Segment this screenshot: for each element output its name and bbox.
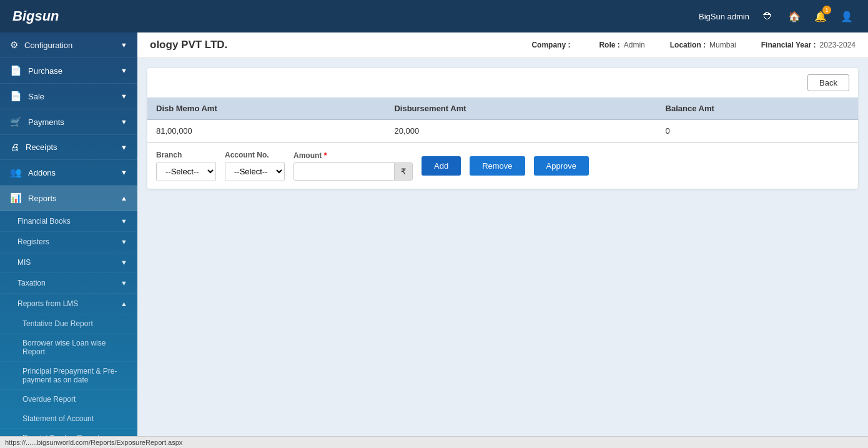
required-marker: *	[324, 151, 327, 160]
chevron-icon: ▼	[121, 118, 127, 126]
table-header-row: Disb Memo Amt Disbursement Amt Balance A…	[147, 97, 858, 120]
cell-disbursement-amt: 20,000	[385, 120, 656, 142]
company-name: ology PVT LTD.	[150, 39, 227, 51]
col-balance-amt: Balance Amt	[657, 97, 858, 120]
chevron-up-icon: ▲	[121, 300, 127, 307]
sidebar-label-configuration: Configuration	[24, 41, 72, 50]
chevron-icon: ▼	[121, 217, 127, 225]
sidebar-item-statement-of-account[interactable]: Statement of Account	[0, 409, 137, 429]
sidebar-item-receipts[interactable]: 🖨 Receipts ▼	[0, 135, 137, 160]
chevron-icon: ▼	[121, 259, 127, 266]
sidebar-label-receipts: Receipts	[26, 142, 57, 152]
sidebar-item-payments[interactable]: 🛒 Payments ▼	[0, 109, 137, 135]
status-bar: https://......bigsunworld.com/Reports/Ex…	[0, 436, 868, 448]
rupee-button[interactable]: ₹	[394, 163, 412, 180]
amount-input[interactable]	[294, 163, 394, 180]
sidebar-item-taxation[interactable]: Taxation ▼	[0, 273, 137, 294]
company-bar: ology PVT LTD. Company : Role : Admin Lo…	[137, 32, 868, 58]
sidebar-item-addons[interactable]: 👥 Addons ▼	[0, 160, 137, 186]
chevron-icon: ▼	[121, 169, 127, 176]
sidebar-item-overdue-report[interactable]: Overdue Report	[0, 390, 137, 409]
sidebar-item-purchase[interactable]: 📄 Purchase ▼	[0, 58, 137, 84]
sidebar-label-mis: MIS	[17, 258, 31, 267]
table-card: Back Disb Memo Amt Disbursement Amt Bala…	[147, 68, 858, 189]
back-button[interactable]: Back	[807, 74, 849, 91]
sidebar-item-sale[interactable]: 📄 Sale ▼	[0, 84, 137, 109]
home-icon[interactable]: 🏠	[786, 7, 803, 25]
chart-icon: 📊	[10, 192, 22, 204]
sidebar-item-reports-from-lms[interactable]: Reports from LMS ▲	[0, 294, 137, 314]
sidebar-label-financial-books: Financial Books	[17, 217, 71, 226]
sidebar-label-payments: Payments	[28, 117, 64, 127]
branch-label: Branch	[156, 151, 216, 159]
account-no-select[interactable]: --Select--	[225, 162, 285, 181]
sidebar-label-tentative-due: Tentative Due Report	[22, 319, 93, 328]
helmet-icon[interactable]: ⛑	[759, 7, 777, 25]
sidebar-label-purchase: Purchase	[28, 66, 62, 76]
remove-button[interactable]: Remove	[470, 156, 525, 176]
financial-year-value: 2023-2024	[820, 41, 856, 49]
financial-year-label: Financial Year :	[761, 41, 816, 49]
form-row: Branch --Select-- Account No. --Select--…	[147, 142, 858, 189]
amount-wrapper: ₹	[293, 162, 413, 181]
sidebar-item-tentative-due[interactable]: Tentative Due Report	[0, 314, 137, 334]
role-value: Admin	[624, 41, 645, 49]
col-disb-memo-amt: Disb Memo Amt	[147, 97, 385, 120]
sidebar-item-reports[interactable]: 📊 Reports ▲	[0, 186, 137, 211]
header-icons: ⛑ 🏠 🔔 1 👤	[759, 7, 856, 25]
printer-icon: 🖨	[10, 142, 19, 152]
account-no-group: Account No. --Select--	[225, 151, 285, 181]
content-area: Back Disb Memo Amt Disbursement Amt Bala…	[137, 58, 868, 441]
chevron-icon: ▼	[121, 144, 127, 151]
user-icon[interactable]: 👤	[838, 7, 856, 25]
sidebar-item-financial-books[interactable]: Financial Books ▼	[0, 211, 137, 232]
sidebar-label-registers: Registers	[17, 237, 49, 246]
chevron-icon: ▼	[121, 67, 127, 74]
role-label: Role :	[599, 41, 619, 49]
branch-group: Branch --Select--	[156, 151, 216, 181]
sidebar-label-sale: Sale	[28, 92, 44, 101]
sidebar-label-borrower-wise: Borrower wise Loan wise Report	[22, 339, 106, 356]
amount-group: Amount * ₹	[293, 151, 413, 181]
admin-name: BigSun admin	[699, 12, 749, 21]
status-url: https://......bigsunworld.com/Reports/Ex…	[5, 439, 182, 446]
chevron-icon: ▼	[121, 279, 127, 287]
header: Bigsun BigSun admin ⛑ 🏠 🔔 1 👤	[0, 0, 868, 32]
cell-balance-amt: 0	[657, 120, 858, 142]
sidebar-item-principal-prepayment[interactable]: Principal Prepayment & Pre-payment as on…	[0, 362, 137, 390]
approve-button[interactable]: Approve	[534, 156, 589, 176]
cell-disb-memo-amt: 81,00,000	[147, 120, 385, 142]
document-icon2: 📄	[10, 91, 22, 102]
header-right: BigSun admin ⛑ 🏠 🔔 1 👤	[699, 7, 856, 25]
sidebar-item-configuration[interactable]: ⚙ Configuration ▼	[0, 32, 137, 58]
notification-badge: 1	[822, 6, 831, 14]
company-info: Company : Role : Admin Location : Mumbai…	[531, 41, 856, 49]
sidebar-label-taxation: Taxation	[17, 279, 46, 287]
chevron-icon: ▼	[121, 92, 127, 100]
location-value: Mumbai	[709, 41, 736, 49]
sidebar-label-reports: Reports	[28, 194, 57, 203]
sidebar-item-registers[interactable]: Registers ▼	[0, 232, 137, 252]
sidebar-label-reports-from-lms: Reports from LMS	[17, 299, 78, 308]
add-button[interactable]: Add	[422, 156, 461, 176]
table-row: 81,00,000 20,000 0	[147, 120, 858, 142]
sidebar-label-overdue-report: Overdue Report	[22, 395, 76, 404]
logo: Bigsun	[12, 8, 59, 24]
amount-label: Amount *	[293, 151, 413, 160]
sidebar-label-addons: Addons	[28, 168, 56, 177]
sidebar-item-borrower-wise[interactable]: Borrower wise Loan wise Report	[0, 334, 137, 362]
main-content: ology PVT LTD. Company : Role : Admin Lo…	[137, 32, 868, 448]
back-bar: Back	[147, 68, 858, 97]
chevron-icon: ▼	[121, 238, 127, 246]
sidebar-item-mis[interactable]: MIS ▼	[0, 252, 137, 273]
chevron-up-icon: ▲	[121, 194, 127, 202]
bell-icon[interactable]: 🔔 1	[812, 7, 829, 25]
chevron-icon: ▼	[121, 41, 127, 49]
account-no-label: Account No.	[225, 151, 285, 159]
sidebar-label-statement-of-account: Statement of Account	[22, 414, 94, 423]
main-table: Disb Memo Amt Disbursement Amt Balance A…	[147, 97, 858, 142]
col-disbursement-amt: Disbursement Amt	[385, 97, 656, 120]
branch-select[interactable]: --Select--	[156, 162, 216, 181]
sidebar-label-principal-prepayment: Principal Prepayment & Pre-payment as on…	[22, 367, 117, 384]
sidebar: ⚙ Configuration ▼ 📄 Purchase ▼ 📄 Sale ▼ …	[0, 32, 137, 448]
